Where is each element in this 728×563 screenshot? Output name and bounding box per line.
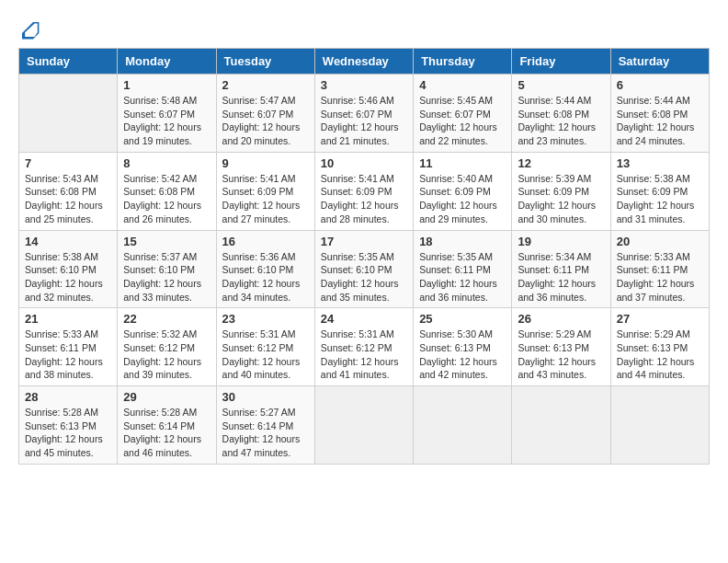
calendar-cell [610, 386, 709, 465]
calendar-cell: 2Sunrise: 5:47 AM Sunset: 6:07 PM Daylig… [216, 75, 314, 153]
weekday-header: Saturday [610, 49, 709, 75]
calendar-body: 1Sunrise: 5:48 AM Sunset: 6:07 PM Daylig… [19, 75, 710, 465]
calendar-cell: 24Sunrise: 5:31 AM Sunset: 6:12 PM Dayli… [314, 308, 413, 386]
calendar-cell [314, 386, 413, 465]
weekday-header: Thursday [414, 49, 512, 75]
day-number: 3 [321, 78, 407, 92]
calendar-cell: 12Sunrise: 5:39 AM Sunset: 6:09 PM Dayli… [512, 152, 610, 230]
day-number: 13 [617, 156, 703, 170]
day-details: Sunrise: 5:38 AM Sunset: 6:10 PM Dayligh… [25, 250, 111, 304]
day-details: Sunrise: 5:33 AM Sunset: 6:11 PM Dayligh… [617, 250, 703, 304]
calendar-cell: 15Sunrise: 5:37 AM Sunset: 6:10 PM Dayli… [118, 230, 216, 308]
day-details: Sunrise: 5:46 AM Sunset: 6:07 PM Dayligh… [321, 94, 407, 148]
weekday-header: Monday [118, 49, 216, 75]
weekday-header: Tuesday [216, 49, 314, 75]
day-number: 20 [617, 235, 703, 248]
calendar-cell: 7Sunrise: 5:43 AM Sunset: 6:08 PM Daylig… [19, 152, 118, 230]
day-details: Sunrise: 5:33 AM Sunset: 6:11 PM Dayligh… [25, 327, 111, 382]
weekday-header: Friday [512, 49, 610, 75]
calendar-cell: 5Sunrise: 5:44 AM Sunset: 6:08 PM Daylig… [512, 75, 610, 153]
day-number: 26 [518, 312, 604, 326]
calendar-cell: 28Sunrise: 5:28 AM Sunset: 6:13 PM Dayli… [19, 386, 118, 465]
day-details: Sunrise: 5:41 AM Sunset: 6:09 PM Dayligh… [222, 172, 309, 226]
weekday-header-row: SundayMondayTuesdayWednesdayThursdayFrid… [19, 49, 710, 75]
calendar-cell [414, 386, 512, 465]
calendar-cell: 1Sunrise: 5:48 AM Sunset: 6:07 PM Daylig… [118, 75, 216, 153]
day-number: 10 [321, 156, 407, 170]
calendar-cell: 9Sunrise: 5:41 AM Sunset: 6:09 PM Daylig… [216, 152, 314, 230]
day-number: 17 [321, 235, 407, 248]
calendar-cell: 13Sunrise: 5:38 AM Sunset: 6:09 PM Dayli… [610, 152, 709, 230]
calendar-cell: 29Sunrise: 5:28 AM Sunset: 6:14 PM Dayli… [118, 386, 216, 465]
day-number: 8 [123, 156, 210, 170]
page-header [18, 18, 710, 40]
day-details: Sunrise: 5:38 AM Sunset: 6:09 PM Dayligh… [617, 172, 703, 226]
day-number: 16 [222, 235, 309, 248]
day-number: 6 [617, 78, 703, 92]
day-number: 14 [25, 235, 111, 248]
calendar-cell: 30Sunrise: 5:27 AM Sunset: 6:14 PM Dayli… [216, 386, 314, 465]
calendar-cell: 17Sunrise: 5:35 AM Sunset: 6:10 PM Dayli… [314, 230, 413, 308]
calendar-cell: 20Sunrise: 5:33 AM Sunset: 6:11 PM Dayli… [610, 230, 709, 308]
calendar-cell: 4Sunrise: 5:45 AM Sunset: 6:07 PM Daylig… [414, 75, 512, 153]
calendar-cell: 18Sunrise: 5:35 AM Sunset: 6:11 PM Dayli… [414, 230, 512, 308]
calendar-cell: 11Sunrise: 5:40 AM Sunset: 6:09 PM Dayli… [414, 152, 512, 230]
day-number: 11 [419, 156, 506, 170]
general-blue-icon [18, 18, 40, 40]
calendar-cell [19, 75, 118, 153]
calendar-cell: 27Sunrise: 5:29 AM Sunset: 6:13 PM Dayli… [610, 308, 709, 386]
day-details: Sunrise: 5:48 AM Sunset: 6:07 PM Dayligh… [123, 94, 210, 148]
day-number: 19 [518, 235, 604, 248]
calendar-week-row: 21Sunrise: 5:33 AM Sunset: 6:11 PM Dayli… [19, 308, 710, 386]
day-number: 2 [222, 78, 309, 92]
day-number: 23 [222, 312, 309, 326]
calendar-cell: 26Sunrise: 5:29 AM Sunset: 6:13 PM Dayli… [512, 308, 610, 386]
day-number: 15 [123, 235, 210, 248]
day-details: Sunrise: 5:32 AM Sunset: 6:12 PM Dayligh… [123, 327, 210, 382]
day-details: Sunrise: 5:31 AM Sunset: 6:12 PM Dayligh… [222, 327, 309, 382]
day-number: 22 [123, 312, 210, 326]
day-details: Sunrise: 5:27 AM Sunset: 6:14 PM Dayligh… [222, 406, 309, 460]
day-details: Sunrise: 5:44 AM Sunset: 6:08 PM Dayligh… [617, 94, 703, 148]
day-details: Sunrise: 5:31 AM Sunset: 6:12 PM Dayligh… [321, 327, 407, 382]
calendar-cell: 8Sunrise: 5:42 AM Sunset: 6:08 PM Daylig… [118, 152, 216, 230]
logo [18, 18, 44, 40]
calendar-cell: 22Sunrise: 5:32 AM Sunset: 6:12 PM Dayli… [118, 308, 216, 386]
day-number: 29 [123, 390, 210, 404]
day-number: 28 [25, 390, 111, 404]
day-details: Sunrise: 5:35 AM Sunset: 6:11 PM Dayligh… [419, 250, 506, 304]
calendar-week-row: 28Sunrise: 5:28 AM Sunset: 6:13 PM Dayli… [19, 386, 710, 465]
day-number: 27 [617, 312, 703, 326]
day-details: Sunrise: 5:40 AM Sunset: 6:09 PM Dayligh… [419, 172, 506, 226]
day-details: Sunrise: 5:36 AM Sunset: 6:10 PM Dayligh… [222, 250, 309, 304]
day-number: 5 [518, 78, 604, 92]
day-number: 4 [419, 78, 506, 92]
day-number: 18 [419, 235, 506, 248]
day-number: 21 [25, 312, 111, 326]
day-details: Sunrise: 5:44 AM Sunset: 6:08 PM Dayligh… [518, 94, 604, 148]
day-details: Sunrise: 5:43 AM Sunset: 6:08 PM Dayligh… [25, 172, 111, 226]
day-details: Sunrise: 5:29 AM Sunset: 6:13 PM Dayligh… [518, 327, 604, 382]
day-number: 1 [123, 78, 210, 92]
calendar-week-row: 1Sunrise: 5:48 AM Sunset: 6:07 PM Daylig… [19, 75, 710, 153]
day-number: 24 [321, 312, 407, 326]
calendar-cell: 23Sunrise: 5:31 AM Sunset: 6:12 PM Dayli… [216, 308, 314, 386]
calendar-table: SundayMondayTuesdayWednesdayThursdayFrid… [18, 48, 710, 465]
day-details: Sunrise: 5:28 AM Sunset: 6:14 PM Dayligh… [123, 406, 210, 460]
day-details: Sunrise: 5:30 AM Sunset: 6:13 PM Dayligh… [419, 327, 506, 382]
day-details: Sunrise: 5:42 AM Sunset: 6:08 PM Dayligh… [123, 172, 210, 226]
calendar-cell [512, 386, 610, 465]
day-number: 7 [25, 156, 111, 170]
weekday-header: Wednesday [314, 49, 413, 75]
day-number: 9 [222, 156, 309, 170]
day-details: Sunrise: 5:35 AM Sunset: 6:10 PM Dayligh… [321, 250, 407, 304]
day-details: Sunrise: 5:37 AM Sunset: 6:10 PM Dayligh… [123, 250, 210, 304]
day-details: Sunrise: 5:47 AM Sunset: 6:07 PM Dayligh… [222, 94, 309, 148]
day-details: Sunrise: 5:39 AM Sunset: 6:09 PM Dayligh… [518, 172, 604, 226]
day-details: Sunrise: 5:28 AM Sunset: 6:13 PM Dayligh… [25, 406, 111, 460]
calendar-cell: 3Sunrise: 5:46 AM Sunset: 6:07 PM Daylig… [314, 75, 413, 153]
calendar-cell: 16Sunrise: 5:36 AM Sunset: 6:10 PM Dayli… [216, 230, 314, 308]
calendar-cell: 14Sunrise: 5:38 AM Sunset: 6:10 PM Dayli… [19, 230, 118, 308]
calendar-week-row: 14Sunrise: 5:38 AM Sunset: 6:10 PM Dayli… [19, 230, 710, 308]
day-number: 30 [222, 390, 309, 404]
